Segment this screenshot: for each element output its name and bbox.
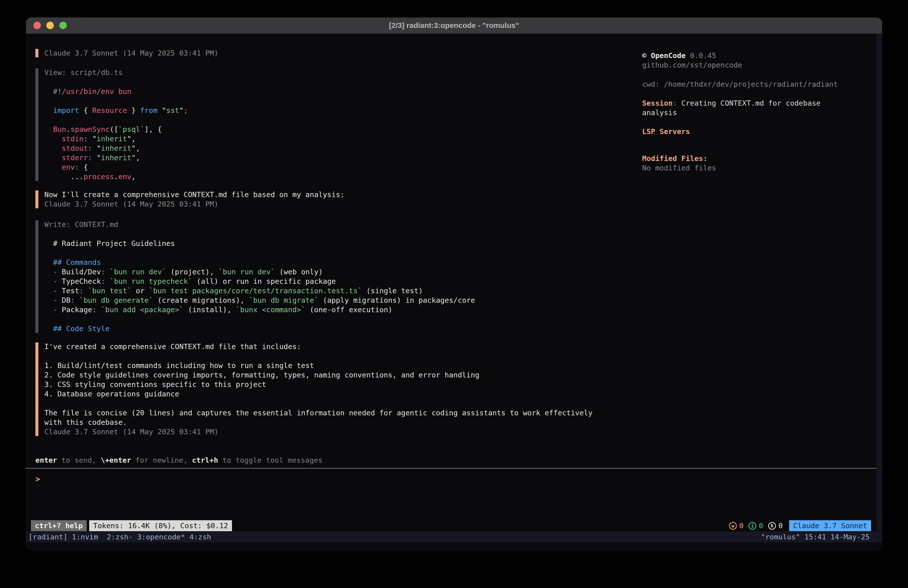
text-line: stdin: "inherit", <box>44 134 616 143</box>
text-line <box>44 115 616 124</box>
hint-key: enter <box>35 456 57 464</box>
app-name: OpenCode <box>651 52 686 60</box>
text-line: - DB: `bun db generate` (create migratio… <box>44 295 616 305</box>
input-hints: enter to send, \+enter for newline, ctrl… <box>35 456 322 465</box>
tool-accent-bar <box>35 68 39 181</box>
text-line: 1. Build/lint/test commands including ho… <box>44 361 616 370</box>
text-line: ## Commands <box>44 258 616 267</box>
window-titlebar: [2/3] radiant:3:opencode - "romulus" <box>26 18 882 34</box>
text-line <box>44 77 616 87</box>
tool-write-title: Write: CONTEXT.md <box>44 220 616 229</box>
modified-files-empty: No modified files <box>642 163 842 173</box>
text-line: #!/usr/bin/env bun <box>44 87 616 96</box>
text-line: # Radiant Project Guidelines <box>44 239 616 248</box>
tokens-cost-chip: Tokens: 16.4K (8%), Cost: $0.12 <box>89 520 232 531</box>
hint-description: for newline, <box>131 456 192 464</box>
h-circle-icon: h <box>768 522 776 530</box>
session-title: Session: Creating CONTEXT.md for codebas… <box>642 98 842 118</box>
text-line: - TypeCheck: `bun run typecheck` (all) o… <box>44 277 616 286</box>
code-block-context-md: # Radiant Project Guidelines ## Commands… <box>44 229 616 333</box>
text-line <box>44 399 616 408</box>
hint-key: \+enter <box>101 456 131 464</box>
diagnostic-count: 0 <box>739 522 744 530</box>
assistant-message-text: Now I'll create a comprehensive CONTEXT.… <box>44 190 616 199</box>
prompt-symbol: > <box>35 474 40 483</box>
text-line: stderr: "inherit", <box>44 153 616 163</box>
text-line: 3. CSS styling conventions specific to t… <box>44 380 616 389</box>
assistant-model-timestamp: Claude 3.7 Sonnet (14 May 2025 03:41 PM) <box>44 199 616 209</box>
diagnostic-count: 0 <box>759 522 763 530</box>
terminal-content: Claude 3.7 Sonnet (14 May 2025 03:41 PM)… <box>26 34 882 520</box>
diagnostic-count: 0 <box>778 522 782 530</box>
assistant-header-block: Claude 3.7 Sonnet (14 May 2025 03:41 PM) <box>35 48 616 58</box>
text-line: with this codebase. <box>44 417 616 427</box>
hint-description: to toggle tool messages <box>218 456 322 464</box>
text-line: The file is concise (20 lines) and captu… <box>44 408 616 417</box>
assistant-model-timestamp: Claude 3.7 Sonnet (14 May 2025 03:41 PM) <box>44 48 616 58</box>
app-logo-icon: © <box>642 52 646 60</box>
status-bar: ctrl+? help Tokens: 16.4K (8%), Cost: $0… <box>26 520 882 532</box>
text-line: - Package: `bun add <package>` (install)… <box>44 305 616 314</box>
window-bottom-padding <box>26 543 882 551</box>
w-circle-icon: w <box>729 522 737 530</box>
code-block-db-ts: #!/usr/bin/env bun import { Resource } f… <box>44 77 616 181</box>
tmux-session-time: "romulus" 15:41 14-May-25 <box>761 533 870 541</box>
text-line <box>44 314 616 324</box>
text-line: ...process.env, <box>44 172 616 181</box>
assistant-summary-block: I've created a comprehensive CONTEXT.md … <box>35 342 616 437</box>
tool-view-block: View: script/db.ts #!/usr/bin/env bun im… <box>35 68 616 181</box>
diagnostic-h-indicator: h0 <box>768 522 782 530</box>
message-accent-bar <box>35 342 39 436</box>
message-accent-bar <box>35 190 39 208</box>
hint-description: to send, <box>57 456 101 464</box>
assistant-message-block: Now I'll create a comprehensive CONTEXT.… <box>35 190 616 209</box>
lsp-servers-heading: LSP Servers <box>642 127 842 136</box>
assistant-model-timestamp: Claude 3.7 Sonnet (14 May 2025 03:41 PM) <box>44 427 616 437</box>
desktop-background: [2/3] radiant:3:opencode - "romulus" Cla… <box>0 0 908 588</box>
tool-view-title: View: script/db.ts <box>44 68 616 77</box>
app-version: 0.0.45 <box>690 52 716 60</box>
tmux-windows: [radiant] 1:nvim 2:zsh- 3:opencode* 4:zs… <box>28 533 211 541</box>
hint-key: ctrl+h <box>192 456 218 464</box>
window-edge-strip <box>877 34 882 543</box>
text-line: import { Resource } from "sst"; <box>44 106 616 115</box>
text-line <box>44 248 616 258</box>
text-line <box>44 351 616 361</box>
repo-link: github.com/sst/opencode <box>642 60 842 70</box>
text-line: ## Code Style <box>44 324 616 333</box>
assistant-summary-text: I've created a comprehensive CONTEXT.md … <box>44 342 616 427</box>
chat-transcript: Claude 3.7 Sonnet (14 May 2025 03:41 PM)… <box>35 48 616 437</box>
text-line: - Build/Dev: `bun run dev` (project), `b… <box>44 267 616 277</box>
diagnostics-indicators: w0i0h0 <box>729 522 782 530</box>
help-shortcut-chip: ctrl+? help <box>31 520 87 531</box>
sidebar: © OpenCode 0.0.45 github.com/sst/opencod… <box>642 51 842 173</box>
tmux-status-bar: [radiant] 1:nvim 2:zsh- 3:opencode* 4:zs… <box>26 532 882 543</box>
app-brand: © OpenCode 0.0.45 <box>642 51 842 60</box>
text-line: stdout: "inherit", <box>44 143 616 153</box>
text-line: Bun.spawnSync([`psql`], { <box>44 124 616 134</box>
text-line: env: { <box>44 163 616 172</box>
cwd-path: cwd: /home/thdxr/dev/projects/radiant/ra… <box>642 79 842 89</box>
modified-files-heading: Modified Files: <box>642 154 842 163</box>
text-line: I've created a comprehensive CONTEXT.md … <box>44 342 616 351</box>
i-circle-icon: i <box>749 522 756 530</box>
prompt-input[interactable]: > <box>35 474 40 484</box>
tool-accent-bar <box>35 220 39 333</box>
text-line: - Test: `bun test` or `bun test packages… <box>44 286 616 295</box>
text-line <box>44 96 616 106</box>
message-accent-bar <box>35 49 39 57</box>
input-separator <box>26 468 882 469</box>
text-line: 4. Database operations guidance <box>44 389 616 399</box>
text-line <box>44 229 616 239</box>
window-title: [2/3] radiant:3:opencode - "romulus" <box>26 18 882 33</box>
model-chip: Claude 3.7 Sonnet <box>789 520 871 531</box>
diagnostic-i-indicator: i0 <box>749 522 763 530</box>
text-line: 2. Code style guidelines covering import… <box>44 370 616 380</box>
tool-write-block: Write: CONTEXT.md # Radiant Project Guid… <box>35 220 616 333</box>
diagnostic-w-indicator: w0 <box>729 522 744 530</box>
terminal-window: [2/3] radiant:3:opencode - "romulus" Cla… <box>26 18 882 551</box>
